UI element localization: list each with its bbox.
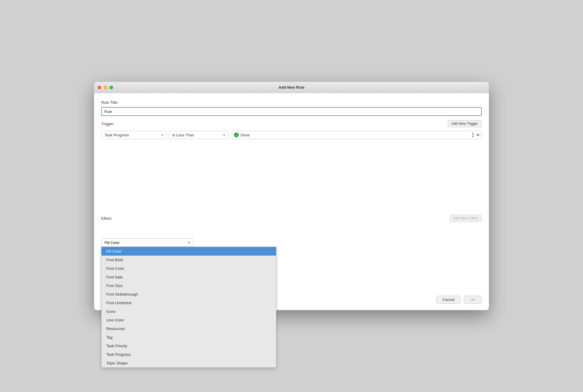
- dropdown-item-font-underline[interactable]: Font Underline: [102, 299, 276, 307]
- dropdown-item-task-priority[interactable]: Task Priority: [102, 342, 276, 350]
- dropdown-item-topic-shape[interactable]: Topic Shape: [102, 359, 276, 367]
- dropdown-item-fill-color[interactable]: Fill Color: [102, 247, 276, 256]
- trigger-controls: Task Progress Task Priority Tag Resource…: [101, 131, 482, 139]
- ok-button[interactable]: OK: [464, 296, 482, 304]
- window-title: Add New Rule: [278, 85, 304, 90]
- dropdown-item-font-italic[interactable]: Font Italic: [102, 273, 276, 281]
- effect-selected-value: Fill Color: [104, 240, 120, 245]
- trigger-section-header: Trigger: Add New Trigger: [101, 120, 482, 127]
- rule-title-label: Rule Title:: [101, 100, 482, 105]
- dropdown-item-font-bold[interactable]: Font Bold: [102, 256, 276, 264]
- done-value-display[interactable]: ✓ Done ▲ ▼ ✕: [231, 131, 482, 139]
- dropdown-item-task-progress[interactable]: Task Progress: [102, 350, 276, 359]
- dropdown-item-resources[interactable]: Resources: [102, 324, 276, 333]
- window-content: Rule Title: Trigger: Add New Trigger Tas…: [94, 93, 489, 310]
- done-value-text: Done: [240, 133, 250, 137]
- dropdown-item-tag[interactable]: Tag: [102, 333, 276, 342]
- stepper-arrows-icon: ▲ ▼: [471, 132, 474, 138]
- condition-select[interactable]: Is Less Than Is Greater Than Equals Is N…: [169, 131, 228, 139]
- traffic-lights: [98, 86, 113, 89]
- dialog-window: Add New Rule Rule Title: Trigger: Add Ne…: [94, 82, 489, 310]
- effect-dropdown-list[interactable]: Fill Color Font Bold Font Color Font Ita…: [101, 247, 276, 368]
- task-progress-select[interactable]: Task Progress Task Priority Tag Resource…: [101, 131, 167, 139]
- trigger-label: Trigger:: [101, 122, 114, 126]
- dropdown-item-icons[interactable]: Icons: [102, 307, 276, 316]
- titlebar: Add New Rule: [94, 82, 489, 93]
- maximize-button[interactable]: [110, 86, 113, 89]
- effect-area: Effect: Add New Effect: [101, 215, 482, 224]
- minimize-button[interactable]: [104, 86, 107, 89]
- effect-label: Effect:: [101, 216, 112, 221]
- close-button[interactable]: [98, 86, 101, 89]
- dropdown-item-font-size[interactable]: Font Size: [102, 281, 276, 290]
- dropdown-item-line-color[interactable]: Line Color: [102, 316, 276, 324]
- add-new-effect-button: Add New Effect: [450, 215, 482, 222]
- done-checkmark-icon: ✓: [234, 133, 239, 137]
- cancel-button[interactable]: Cancel: [436, 296, 461, 304]
- dropdown-arrow-icon: ▼: [188, 241, 191, 244]
- dropdown-item-font-strikethrough[interactable]: Font Strikethrough: [102, 290, 276, 299]
- effect-select-button[interactable]: Fill Color ▼: [101, 238, 193, 247]
- add-new-trigger-button[interactable]: Add New Trigger: [448, 120, 482, 127]
- rule-title-input[interactable]: [101, 107, 482, 116]
- delete-trigger-button[interactable]: ✕: [476, 133, 480, 137]
- effect-dropdown-container: Fill Color ▼ Fill Color Font Bold Font C…: [101, 238, 276, 368]
- dropdown-item-font-color[interactable]: Font Color: [102, 264, 276, 273]
- bottom-buttons: Cancel OK: [436, 296, 482, 304]
